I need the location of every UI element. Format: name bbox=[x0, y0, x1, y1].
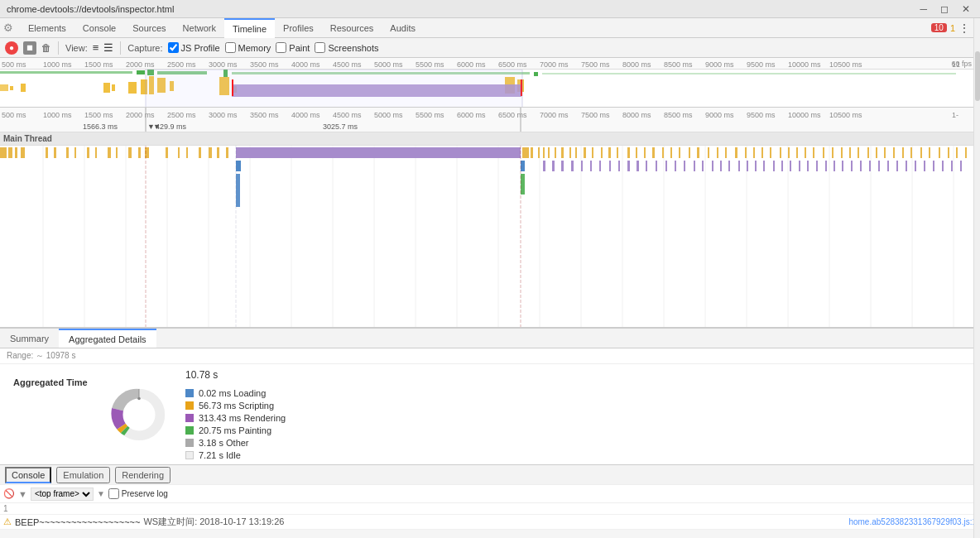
svg-rect-103 bbox=[15, 147, 17, 158]
svg-rect-164 bbox=[867, 147, 869, 158]
js-profile-group: JS Profile bbox=[168, 42, 220, 53]
legend-rendering: 313.43 ms Rendering bbox=[185, 413, 286, 423]
timeline-toolbar: ● ⏹ 🗑 View: ≡ ☰ Capture: JS Profile Memo… bbox=[0, 38, 980, 58]
tab-timeline[interactable]: Timeline bbox=[224, 18, 275, 38]
svg-rect-184 bbox=[599, 161, 601, 171]
svg-rect-34 bbox=[112, 84, 115, 91]
svg-rect-126 bbox=[543, 147, 545, 158]
svg-rect-22 bbox=[0, 71, 132, 74]
console-filter-icon: ▼ bbox=[18, 489, 27, 499]
svg-rect-113 bbox=[128, 147, 132, 158]
more-tools-button[interactable]: ⋮ bbox=[958, 22, 970, 35]
tab-console[interactable]: Console bbox=[74, 18, 124, 38]
svg-rect-200 bbox=[747, 161, 748, 171]
paint-group: Paint bbox=[276, 42, 310, 53]
svg-rect-104 bbox=[21, 147, 25, 158]
svg-rect-107 bbox=[66, 147, 69, 158]
svg-rect-162 bbox=[849, 147, 851, 158]
memory-checkbox[interactable] bbox=[225, 42, 236, 53]
svg-rect-224 bbox=[960, 161, 962, 171]
svg-rect-136 bbox=[617, 147, 618, 158]
title-bar-title: chrome-devtools://devtools/inspector.htm… bbox=[7, 4, 174, 14]
svg-rect-226 bbox=[521, 174, 525, 195]
range-label: Range: ～ 10978 s bbox=[0, 348, 980, 364]
legend-scripting: 56.73 ms Scripting bbox=[185, 401, 286, 411]
main-ruler: 500 ms 1000 ms 1500 ms 2000 ms 2500 ms 3… bbox=[0, 108, 980, 132]
svg-text:2000 ms: 2000 ms bbox=[126, 60, 155, 69]
main-ruler-svg: 500 ms 1000 ms 1500 ms 2000 ms 2500 ms 3… bbox=[0, 108, 973, 132]
view-list-btn[interactable]: ☰ bbox=[103, 41, 113, 54]
tab-profiles[interactable]: Profiles bbox=[275, 18, 322, 38]
title-bar-controls: ─ ◻ ✕ bbox=[916, 3, 973, 15]
svg-rect-170 bbox=[920, 147, 922, 158]
record-button[interactable]: ● bbox=[5, 41, 18, 55]
svg-rect-160 bbox=[832, 147, 833, 158]
timeline-overview[interactable]: 60 fps 500 ms 1000 ms 1500 ms 2000 ms 25… bbox=[0, 58, 980, 108]
svg-rect-168 bbox=[902, 147, 904, 158]
tab-aggregated-details[interactable]: Aggregated Details bbox=[59, 329, 156, 348]
svg-rect-223 bbox=[951, 161, 953, 171]
tab-rendering[interactable]: Rendering bbox=[115, 467, 171, 483]
tab-summary[interactable]: Summary bbox=[0, 329, 59, 348]
minimize-button[interactable]: ─ bbox=[916, 3, 930, 15]
svg-rect-138 bbox=[636, 147, 637, 158]
rendering-dot bbox=[185, 414, 194, 422]
svg-rect-175 bbox=[965, 147, 967, 158]
tab-elements[interactable]: Elements bbox=[20, 18, 74, 38]
frame-selector[interactable]: <top frame> bbox=[31, 488, 94, 501]
svg-rect-157 bbox=[805, 147, 806, 158]
overview-chart[interactable] bbox=[0, 70, 980, 108]
svg-text:7000 ms: 7000 ms bbox=[540, 111, 569, 119]
svg-text:3000 ms: 3000 ms bbox=[209, 60, 238, 69]
memory-label: Memory bbox=[238, 43, 271, 53]
svg-rect-137 bbox=[627, 147, 630, 158]
screenshots-checkbox[interactable] bbox=[315, 42, 325, 53]
stop-button[interactable]: ⏹ bbox=[23, 41, 36, 55]
maximize-button[interactable]: ◻ bbox=[937, 3, 952, 15]
scrollbar-thumb[interactable] bbox=[975, 51, 980, 101]
pie-legend: 10.78 s 0.02 ms Loading 56.73 ms Scripti… bbox=[185, 369, 286, 460]
svg-text:3500 ms: 3500 ms bbox=[250, 60, 279, 69]
tab-sources[interactable]: Sources bbox=[124, 18, 174, 38]
tab-audits[interactable]: Audits bbox=[382, 18, 424, 38]
svg-rect-185 bbox=[609, 161, 611, 171]
svg-rect-205 bbox=[790, 161, 791, 171]
svg-rect-220 bbox=[924, 161, 925, 171]
log-link-1[interactable]: home.ab528382331367929f03.js:1 bbox=[848, 517, 977, 526]
flame-chart[interactable] bbox=[0, 146, 980, 328]
svg-rect-189 bbox=[646, 161, 647, 171]
capture-label: Capture: bbox=[127, 43, 162, 53]
svg-rect-33 bbox=[103, 83, 110, 93]
svg-rect-193 bbox=[684, 161, 685, 171]
scrollbar-v[interactable] bbox=[973, 18, 980, 538]
view-frames-btn[interactable]: ≡ bbox=[93, 41, 99, 54]
close-button[interactable]: ✕ bbox=[958, 3, 973, 15]
svg-rect-176 bbox=[236, 161, 241, 171]
svg-text:6500 ms: 6500 ms bbox=[498, 60, 527, 69]
svg-rect-158 bbox=[813, 147, 814, 158]
svg-rect-123 bbox=[522, 147, 529, 158]
tab-resources[interactable]: Resources bbox=[322, 18, 382, 38]
js-profile-checkbox[interactable] bbox=[168, 42, 179, 53]
screenshots-group: Screenshots bbox=[315, 42, 378, 53]
tab-console-bottom[interactable]: Console bbox=[5, 467, 51, 483]
svg-text:7500 ms: 7500 ms bbox=[581, 111, 610, 119]
clear-button[interactable]: 🗑 bbox=[41, 42, 51, 54]
svg-text:9500 ms: 9500 ms bbox=[747, 111, 776, 119]
frame-arrow: ▼ bbox=[97, 489, 105, 498]
bottom-tab-bar: Summary Aggregated Details bbox=[0, 329, 980, 348]
svg-rect-150 bbox=[745, 147, 747, 158]
svg-rect-217 bbox=[896, 161, 898, 171]
svg-rect-206 bbox=[799, 161, 800, 171]
log-ws-label: WS建立时间: 2018-10-17 13:19:26 bbox=[143, 516, 284, 528]
paint-checkbox[interactable] bbox=[276, 42, 286, 53]
console-prohibit-icon: 🚫 bbox=[3, 488, 15, 499]
preserve-log-checkbox[interactable] bbox=[108, 488, 119, 499]
tab-network[interactable]: Network bbox=[175, 18, 224, 38]
svg-point-233 bbox=[137, 396, 141, 400]
svg-text:6500 ms: 6500 ms bbox=[498, 111, 527, 119]
svg-rect-212 bbox=[851, 161, 853, 171]
tab-emulation[interactable]: Emulation bbox=[56, 467, 110, 483]
svg-rect-143 bbox=[679, 147, 680, 158]
svg-rect-135 bbox=[608, 147, 611, 158]
